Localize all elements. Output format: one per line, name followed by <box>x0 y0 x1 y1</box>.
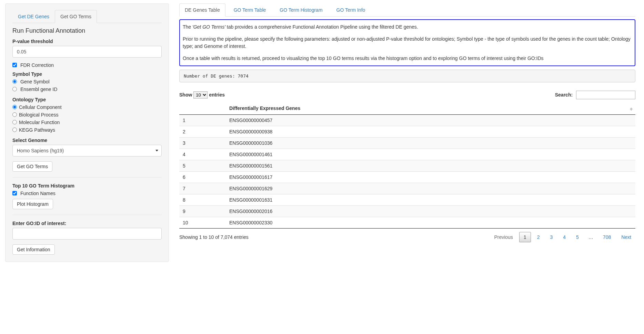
col-de-genes[interactable]: Differentially Expressed Genes <box>226 102 635 115</box>
row-gene: ENSG00000002330 <box>226 217 635 229</box>
table-info: Showing 1 to 10 of 7,074 entries <box>179 234 249 240</box>
sidebar-panel: Get DE Genes Get GO Terms Run Functional… <box>5 3 169 262</box>
ontology-kegg-label[interactable]: KEGG Pathways <box>12 127 162 133</box>
table-row: 3ENSG00000001036 <box>179 138 635 149</box>
fdr-checkbox-label[interactable]: FDR Correction <box>12 62 54 68</box>
row-index: 1 <box>179 115 226 126</box>
plot-histogram-button[interactable]: Plot Histogram <box>12 199 53 209</box>
row-index: 6 <box>179 172 226 183</box>
row-gene: ENSG00000001036 <box>226 138 635 149</box>
table-row: 1ENSG00000000457 <box>179 115 635 126</box>
info-text: The <box>183 24 192 30</box>
row-index: 9 <box>179 206 226 217</box>
main-tabs: DE Genes Table GO Term Table GO Term His… <box>179 3 635 17</box>
goid-label: Enter GO:ID of interest: <box>12 221 162 226</box>
table-row: 7ENSG00000001629 <box>179 183 635 194</box>
tab-go-term-info[interactable]: GO Term Info <box>331 3 371 17</box>
table-row: 10ENSG00000002330 <box>179 217 635 229</box>
ontology-cc-label[interactable]: Cellular Component <box>12 104 162 110</box>
search-label: Search: <box>555 92 573 98</box>
col-index[interactable] <box>179 102 226 115</box>
table-row: 5ENSG00000001561 <box>179 160 635 172</box>
row-index: 5 <box>179 160 226 172</box>
paginate-page-5[interactable]: 5 <box>572 232 583 242</box>
paginate-page-1[interactable]: 1 <box>519 232 531 242</box>
symbol-ensembl-radio-label[interactable]: Ensembl gene ID <box>12 87 162 92</box>
goid-input[interactable] <box>12 228 162 240</box>
row-gene: ENSG00000001461 <box>226 149 635 160</box>
function-names-checkbox-label[interactable]: Function Names <box>12 191 56 196</box>
function-names-checkbox[interactable] <box>12 191 17 195</box>
row-index: 7 <box>179 183 226 194</box>
tab-de-genes-table[interactable]: DE Genes Table <box>179 3 225 17</box>
paginate-page-last[interactable]: 708 <box>599 232 615 242</box>
paginate-page-3[interactable]: 3 <box>546 232 557 242</box>
row-index: 2 <box>179 126 226 138</box>
row-gene: ENSG00000001561 <box>226 160 635 172</box>
paginate-page-4[interactable]: 4 <box>559 232 570 242</box>
paginate-previous[interactable]: Previous <box>490 232 517 242</box>
get-go-terms-button[interactable]: Get GO Terms <box>12 161 52 172</box>
symbol-ensembl-radio[interactable] <box>12 87 17 91</box>
genome-label: Select Genome <box>12 138 162 143</box>
ontology-cc-radio[interactable] <box>12 105 17 109</box>
table-row: 8ENSG00000001631 <box>179 194 635 206</box>
symbol-type-label: Symbol Type <box>12 71 162 77</box>
panel-title: Run Functional Annotation <box>12 27 162 34</box>
table-length-control: Show 10 entries <box>179 91 225 99</box>
row-index: 3 <box>179 138 226 149</box>
table-row: 6ENSG00000001617 <box>179 172 635 183</box>
ontology-mf-label[interactable]: Molecular Function <box>12 120 162 125</box>
row-index: 10 <box>179 217 226 229</box>
length-select[interactable]: 10 <box>193 91 208 99</box>
paginate-next[interactable]: Next <box>617 232 635 242</box>
ontology-kegg-text: KEGG Pathways <box>19 127 55 133</box>
row-gene: ENSG00000001629 <box>226 183 635 194</box>
row-gene: ENSG00000000457 <box>226 115 635 126</box>
ontology-mf-text: Molecular Function <box>19 120 60 125</box>
search-input[interactable] <box>576 91 635 99</box>
de-genes-table: Differentially Expressed Genes 1ENSG0000… <box>179 102 635 229</box>
ontology-mf-radio[interactable] <box>12 120 17 124</box>
row-gene: ENSG00000002016 <box>226 206 635 217</box>
fdr-text: FDR Correction <box>20 62 54 68</box>
tab-go-term-histogram[interactable]: GO Term Histogram <box>274 3 328 17</box>
ontology-kegg-radio[interactable] <box>12 128 17 132</box>
ontology-bp-radio[interactable] <box>12 112 17 117</box>
ontology-bp-label[interactable]: Biological Process <box>12 112 162 118</box>
length-suffix: entries <box>209 92 225 98</box>
symbol-gene-radio[interactable] <box>12 79 17 84</box>
pvalue-label: P-value threshold <box>12 39 162 44</box>
info-box: The 'Get GO Terms' tab provides a compre… <box>179 19 635 66</box>
row-index: 8 <box>179 194 226 206</box>
fdr-checkbox[interactable] <box>12 63 17 67</box>
function-names-text: Function Names <box>20 191 56 196</box>
tab-get-go-terms[interactable]: Get GO Terms <box>55 10 97 23</box>
table-row: 2ENSG00000000938 <box>179 126 635 138</box>
divider <box>12 215 162 215</box>
symbol-ensembl-text: Ensembl gene ID <box>20 87 57 92</box>
info-text: tab provides a comprehensive Functional … <box>225 24 418 30</box>
symbol-gene-radio-label[interactable]: Gene Symbol <box>12 79 162 84</box>
tab-go-term-table[interactable]: GO Term Table <box>228 3 272 17</box>
pagination: Previous 1 2 3 4 5 … 708 Next <box>490 232 635 242</box>
chevron-down-icon <box>155 150 158 152</box>
table-row: 4ENSG00000001461 <box>179 149 635 160</box>
sidebar-tabs: Get DE Genes Get GO Terms <box>12 10 162 23</box>
tab-get-de-genes[interactable]: Get DE Genes <box>12 10 55 23</box>
symbol-gene-text: Gene Symbol <box>20 79 50 84</box>
ontology-label: Ontology Type <box>12 97 162 102</box>
get-information-button[interactable]: Get Information <box>12 244 55 255</box>
paginate-page-2[interactable]: 2 <box>533 232 544 242</box>
row-gene: ENSG00000001631 <box>226 194 635 206</box>
info-text-italic: 'Get GO Terms' <box>192 24 225 30</box>
pvalue-input[interactable] <box>12 46 162 58</box>
row-gene: ENSG00000000938 <box>226 126 635 138</box>
histogram-title: Top 10 GO Term Histogram <box>12 183 162 189</box>
paginate-ellipsis: … <box>585 232 597 242</box>
ontology-bp-text: Biological Process <box>19 112 58 118</box>
genome-select[interactable]: Homo Sapiens (hg19) <box>12 145 162 156</box>
main-panel: DE Genes Table GO Term Table GO Term His… <box>176 3 639 262</box>
table-row: 9ENSG00000002016 <box>179 206 635 217</box>
length-prefix: Show <box>179 92 193 98</box>
